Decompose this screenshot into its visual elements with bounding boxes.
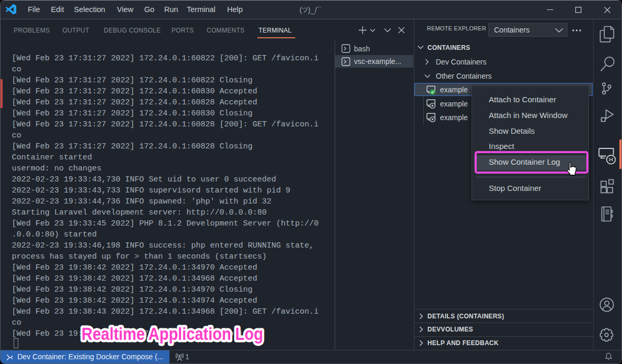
- svg-text:Realtime Application Log: Realtime Application Log: [82, 324, 263, 344]
